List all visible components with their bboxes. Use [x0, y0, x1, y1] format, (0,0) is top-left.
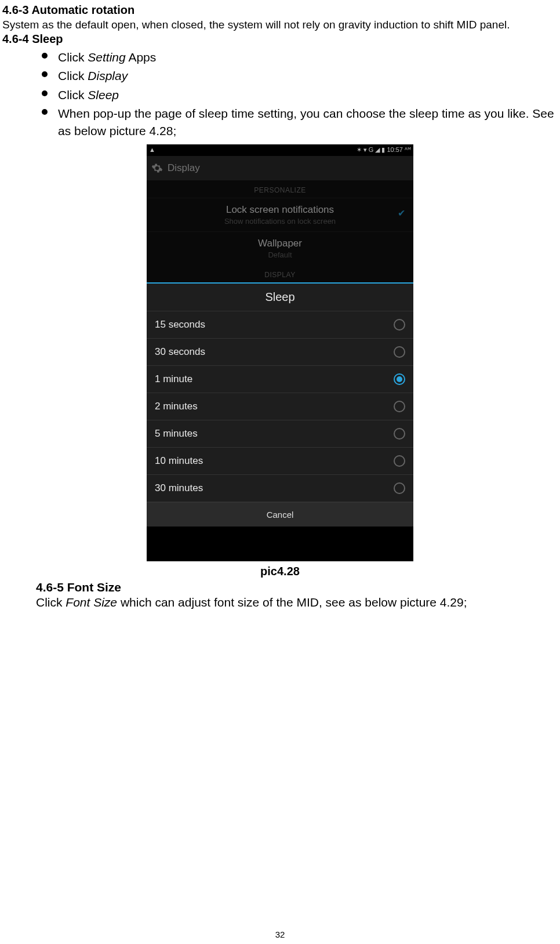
radio-icon-selected	[394, 373, 405, 385]
radio-icon	[394, 401, 405, 412]
bullet-text-italic: Sleep	[88, 88, 119, 101]
paragraph-4-6-3: System as the default open, when closed,…	[2, 18, 558, 32]
paragraph-4-6-5: Click Font Size which can adjust font si…	[36, 596, 560, 609]
dialog-title: Sleep	[147, 284, 413, 311]
sleep-option-1m[interactable]: 1 minute	[147, 366, 413, 393]
sleep-option-30m[interactable]: 30 minutes	[147, 475, 413, 502]
radio-icon	[394, 482, 405, 494]
sleep-option-2m[interactable]: 2 minutes	[147, 393, 413, 420]
sleep-option-15s[interactable]: 15 seconds	[147, 311, 413, 339]
bullet-text-italic: Setting	[88, 50, 125, 64]
option-label: 10 minutes	[155, 455, 203, 467]
cancel-button[interactable]: Cancel	[147, 502, 413, 527]
text-italic: Font Size	[66, 596, 117, 609]
check-icon: ✔	[398, 208, 405, 219]
page-number: 32	[0, 930, 560, 939]
radio-icon	[394, 319, 405, 331]
section-display-label: DISPLAY	[147, 265, 413, 282]
option-label: 2 minutes	[155, 401, 198, 412]
option-label: 1 minute	[155, 373, 192, 385]
screenshot-bottom-area	[147, 527, 413, 561]
bullet-item-4: When pop-up the page of sleep time setti…	[0, 104, 560, 141]
row-subtitle: Show notifications on lock screen	[154, 217, 406, 226]
bullet-list-4-6-4: Click Setting Apps Click Display Click S…	[0, 48, 560, 141]
heading-4-6-3: 4.6-3 Automatic rotation	[2, 3, 560, 17]
bullet-icon	[42, 53, 48, 59]
section-personalize-label: PERSONALIZE	[147, 180, 413, 198]
text: Click	[36, 596, 66, 609]
radio-icon	[394, 428, 405, 440]
wallpaper-row[interactable]: Wallpaper Default	[147, 231, 413, 265]
bullet-text: When pop-up the page of sleep time setti…	[58, 107, 554, 137]
radio-icon	[394, 455, 405, 467]
heading-4-6-5: 4.6-5 Font Size	[36, 580, 560, 594]
figure-caption-4-28: pic4.28	[0, 565, 560, 578]
bullet-item-1: Click Setting Apps	[0, 48, 560, 67]
bullet-text: Click	[58, 69, 88, 82]
figure-4-28-container: ▲ ✶ ▾ G ◢ ▮ 10:57 ᴬᴹ Display PERSONALIZE…	[0, 144, 560, 561]
row-title: Wallpaper	[154, 238, 406, 249]
bullet-item-3: Click Sleep	[0, 86, 560, 104]
sleep-option-5m[interactable]: 5 minutes	[147, 420, 413, 448]
row-subtitle: Default	[154, 250, 406, 259]
option-label: 30 minutes	[155, 482, 203, 494]
option-label: 15 seconds	[155, 319, 205, 331]
settings-titlebar: Display	[147, 156, 413, 180]
bullet-icon	[42, 71, 48, 77]
radio-icon	[394, 346, 405, 358]
option-label: 30 seconds	[155, 346, 205, 358]
gear-icon	[151, 162, 163, 174]
sleep-dialog: Sleep 15 seconds 30 seconds 1 minute 2 m…	[147, 282, 413, 527]
phone-screenshot: ▲ ✶ ▾ G ◢ ▮ 10:57 ᴬᴹ Display PERSONALIZE…	[147, 144, 413, 561]
bullet-text: Click	[58, 88, 88, 101]
sleep-option-30s[interactable]: 30 seconds	[147, 339, 413, 366]
row-title: Lock screen notifications	[154, 204, 406, 216]
bullet-icon	[42, 109, 48, 115]
heading-4-6-4: 4.6-4 Sleep	[2, 32, 560, 46]
sleep-option-10m[interactable]: 10 minutes	[147, 448, 413, 475]
text: which can adjust font size of the MID, s…	[117, 596, 467, 609]
lock-screen-notifications-row[interactable]: Lock screen notifications Show notificat…	[147, 198, 413, 231]
bullet-text: Apps	[126, 50, 157, 64]
bullet-icon	[42, 90, 48, 96]
bullet-item-2: Click Display	[0, 67, 560, 85]
document-page: 4.6-3 Automatic rotation System as the d…	[0, 3, 560, 944]
titlebar-text: Display	[168, 162, 200, 174]
statusbar-left-icon: ▲	[149, 146, 155, 153]
option-label: 5 minutes	[155, 428, 198, 440]
statusbar-right: ✶ ▾ G ◢ ▮ 10:57 ᴬᴹ	[357, 146, 411, 154]
bullet-text-italic: Display	[88, 69, 128, 82]
bullet-text: Click	[58, 50, 88, 64]
status-bar: ▲ ✶ ▾ G ◢ ▮ 10:57 ᴬᴹ	[147, 144, 413, 156]
